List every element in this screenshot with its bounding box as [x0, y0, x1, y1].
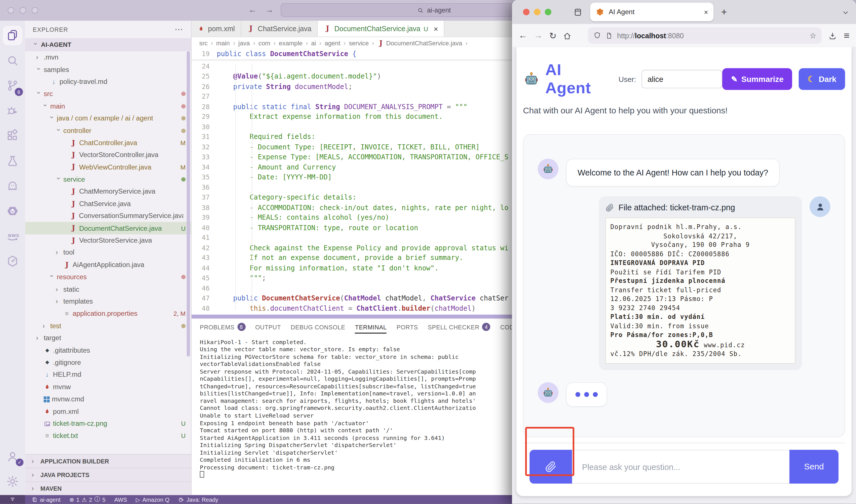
status-problems[interactable]: ⊗1 ⚠2 ⓘ5	[69, 496, 105, 503]
tree-item[interactable]: JAiAgentApplication.java	[25, 259, 191, 271]
tree-item[interactable]: ↓policy-travel.md	[25, 76, 191, 88]
reload-button[interactable]: ↻	[549, 30, 557, 41]
sidebar-scrollbar[interactable]	[187, 51, 190, 357]
breadcrumb-item[interactable]: example	[279, 40, 303, 46]
tree-item[interactable]: ›tool	[25, 247, 191, 259]
sidebar-section-maven[interactable]: ›MAVEN	[25, 481, 191, 495]
summarize-button[interactable]: ✎ Summarize	[722, 68, 792, 90]
tree-item[interactable]: JWebViewController.javaM	[25, 161, 191, 173]
tree-item[interactable]: mvnw.cmd	[25, 393, 191, 406]
activity-branch[interactable]: 6	[0, 73, 25, 98]
panel-tab-output[interactable]: OUTPUT	[255, 319, 281, 335]
panel-tab-terminal[interactable]: TERMINAL	[355, 319, 387, 335]
activity-bug[interactable]	[0, 98, 25, 123]
tree-item[interactable]: ◆.gitattributes	[25, 344, 191, 356]
panel-tab-problems[interactable]: PROBLEMS8	[200, 319, 245, 335]
breadcrumb-item[interactable]: src	[199, 40, 208, 46]
activity-account[interactable]: ✓	[0, 444, 25, 469]
tree-item[interactable]: JChatMemoryService.java	[25, 186, 191, 198]
breadcrumb-item[interactable]: service	[349, 40, 369, 46]
tree-item[interactable]: ›.mvn	[25, 51, 191, 64]
tree-item[interactable]: ≡ticket.txtU	[25, 430, 191, 442]
tree-item[interactable]: ›samples	[25, 64, 191, 76]
tree-item[interactable]: ›src	[25, 88, 191, 100]
container-tabs-icon[interactable]	[573, 7, 583, 17]
tree-item[interactable]: pom.xml	[25, 406, 191, 417]
home-button[interactable]	[563, 31, 572, 40]
tree-item[interactable]: ›resources	[25, 271, 191, 283]
activity-chat-ghost[interactable]	[0, 174, 25, 198]
breadcrumb-item[interactable]: J DocumentChatService.java	[377, 40, 462, 47]
window-close-button[interactable]	[8, 7, 14, 14]
tree-item[interactable]: JVectorStoreController.java	[25, 149, 191, 161]
tree-item[interactable]: JConversationSummaryService.java	[25, 210, 191, 222]
tab-list-chevron-icon[interactable]	[842, 7, 850, 17]
tree-item[interactable]: ›java / com / example / ai / agent	[25, 112, 191, 124]
activity-spring[interactable]	[0, 198, 25, 223]
back-button[interactable]: ←	[518, 31, 527, 40]
tree-item[interactable]: ◆.gitignore	[25, 356, 191, 368]
window-close-button[interactable]	[523, 9, 530, 15]
activity-hexnode[interactable]	[0, 249, 25, 273]
window-minimize-button[interactable]	[20, 7, 26, 14]
dark-mode-button[interactable]: ☾ Dark	[799, 68, 845, 90]
window-zoom-button[interactable]	[32, 7, 38, 14]
tab-close-icon[interactable]: ×	[434, 24, 438, 33]
tree-item[interactable]: ›templates	[25, 295, 191, 308]
question-input[interactable]	[572, 450, 790, 484]
status-amazon-q[interactable]: ▷Amazon Q	[136, 496, 169, 503]
window-zoom-button[interactable]	[545, 9, 551, 15]
activity-files[interactable]	[0, 23, 25, 48]
status-project[interactable]: ai-agent	[32, 496, 61, 503]
tree-item[interactable]: JDocumentChatService.javaU	[25, 222, 191, 234]
tree-item[interactable]: ›target	[25, 332, 191, 344]
breadcrumb-item[interactable]: java	[238, 40, 250, 46]
save-to-pocket-icon[interactable]	[828, 31, 837, 40]
tree-item[interactable]: ›controller	[25, 124, 191, 137]
editor-tab[interactable]: JDocumentChatService.javaU×	[318, 21, 444, 37]
activity-flask[interactable]	[0, 148, 25, 173]
tree-item[interactable]: ≡application.properties2, M	[25, 308, 191, 320]
tree-item[interactable]: JVectorStoreService.java	[25, 234, 191, 247]
page-info-icon[interactable]	[606, 32, 613, 39]
tree-item[interactable]: ›test	[25, 320, 191, 332]
workspace-root-item[interactable]: › AI-AGENT	[25, 38, 191, 51]
tab-close-icon[interactable]: ×	[704, 8, 708, 16]
browser-tab[interactable]: AI Agent ×	[590, 3, 714, 21]
bookmark-star-icon[interactable]: ☆	[809, 31, 816, 40]
editor-tab[interactable]: JChatService.java	[241, 21, 318, 37]
more-actions-icon[interactable]: ⋯	[175, 25, 184, 35]
panel-tab-ports[interactable]: PORTS	[396, 319, 418, 335]
window-minimize-button[interactable]	[534, 9, 541, 15]
activity-gear[interactable]	[0, 469, 25, 494]
address-bar[interactable]: http://localhost:8080 ☆	[588, 27, 822, 44]
menu-hamburger-icon[interactable]: ≡	[844, 30, 850, 41]
breadcrumb-item[interactable]: ai	[311, 40, 316, 46]
breadcrumb-item[interactable]: agent	[325, 40, 340, 46]
tree-item[interactable]: ↓HELP.md	[25, 369, 191, 381]
activity-search[interactable]	[0, 48, 25, 73]
send-button[interactable]: Send	[789, 450, 838, 484]
history-forward-icon[interactable]: →	[266, 5, 274, 14]
new-tab-button[interactable]: +	[721, 6, 727, 18]
activity-aws[interactable]	[0, 224, 25, 249]
sidebar-section-application-builder[interactable]: ›APPLICATION BUILDER	[25, 454, 191, 468]
breadcrumb-item[interactable]: main	[216, 40, 230, 46]
tree-item[interactable]: ›main	[25, 100, 191, 112]
attach-file-button[interactable]	[530, 450, 572, 484]
tree-item[interactable]: ›service	[25, 173, 191, 185]
tree-item[interactable]: JChatService.java	[25, 198, 191, 210]
tree-item[interactable]: ticket-tram-cz.pngU	[25, 417, 191, 430]
activity-extensions[interactable]	[0, 123, 25, 148]
sidebar-section-java-projects[interactable]: ›JAVA PROJECTS	[25, 468, 191, 481]
panel-tab-spell-checker[interactable]: SPELL CHECKER4	[428, 319, 490, 335]
status-java[interactable]: Java: Ready	[178, 496, 218, 503]
forward-button[interactable]: →	[534, 31, 543, 40]
tree-item[interactable]: mvnw	[25, 381, 191, 393]
breadcrumb-item[interactable]: com	[259, 40, 271, 46]
status-aws[interactable]: AWS	[114, 496, 127, 503]
panel-tab-debug-console[interactable]: DEBUG CONSOLE	[291, 319, 345, 335]
user-field[interactable]	[641, 70, 722, 88]
tree-item[interactable]: ›static	[25, 283, 191, 295]
remote-indicator[interactable]	[0, 495, 25, 504]
